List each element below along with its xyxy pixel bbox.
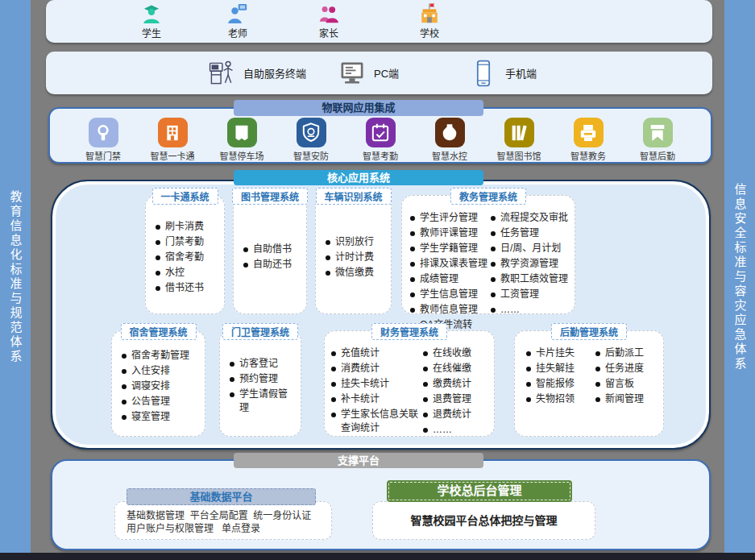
list-item-label: 自助借书 [253, 243, 292, 256]
bullet-icon [526, 397, 531, 402]
list-item-label: 挂失卡统计 [341, 377, 389, 391]
list-item-label: 失物招领 [536, 392, 575, 406]
list-item: 失物招领 [526, 392, 575, 406]
terminal-label: PC端 [374, 65, 399, 81]
list-item-label: 教职工绩效管理 [500, 272, 568, 286]
list-item: 排课及课表管理 [410, 257, 487, 271]
bullet-icon [595, 351, 600, 356]
terminal-label: 自助服务终端 [243, 65, 306, 81]
list-item-label: 日/周、月计划 [500, 242, 561, 255]
bullet-icon [122, 384, 127, 389]
subsystem-item-list: 访客登记预约管理学生请假管理 [220, 331, 301, 436]
list-item: 退费统计 [423, 408, 471, 421]
basic-data-line: 基础数据管理 平台全局配置 统一身份认证 [127, 509, 331, 522]
subsystem-item-list: 自助借书自助还书 [234, 196, 306, 313]
bullet-icon [156, 240, 160, 245]
subsystem-item-list: 宿舍考勤管理入住安排调寝安排公告管理寝室管理 [112, 331, 205, 436]
bullet-icon [491, 247, 496, 251]
list-item-label: 任务管理 [500, 226, 539, 240]
bullet-icon [491, 262, 496, 267]
bullet-icon [423, 428, 428, 433]
list-item: 缴费统计 [423, 377, 471, 391]
pc-icon [338, 58, 367, 89]
left-sidebar-label: 教育信息化标准与规范体系 [10, 190, 22, 364]
list-item-label: 消费统计 [341, 362, 380, 375]
attendance-calendar-icon [366, 118, 396, 147]
subsystem-title: 车辆识别系统 [315, 188, 391, 205]
list-item: 日/周、月计划 [491, 242, 568, 255]
smart-campus-architecture-diagram: 教育信息化标准与规范体系 信息安全标准与容灾应急体系 学生 老师 [0, 0, 755, 560]
list-item: 消费统计 [331, 362, 420, 375]
list-item-label: 智能报修 [536, 377, 575, 391]
iot-section-header: 物联网应用集成 [234, 100, 483, 116]
list-item: …… [423, 423, 471, 437]
list-item: 预约管理 [230, 372, 296, 386]
user-role-label: 学生 [119, 26, 184, 39]
basic-data-platform-header: 基础数据平台 [127, 488, 316, 505]
right-sidebar-label: 信息安全标准与容灾应急体系 [734, 183, 746, 371]
list-item-label: 挂失解挂 [536, 362, 575, 375]
teacher-icon [226, 2, 250, 25]
list-item: 水控 [156, 266, 219, 280]
bullet-icon [326, 240, 330, 245]
list-item-label: 微信缴费 [335, 266, 374, 280]
iot-tile-label: 智慧后勤 [628, 149, 687, 162]
list-item-label: 后勤派工 [605, 346, 644, 360]
bullet-icon [122, 400, 127, 404]
list-item: 在线收缴 [423, 346, 471, 360]
iot-tile-label: 智慧门禁 [74, 149, 132, 162]
support-platform-panel: 基础数据平台 基础数据管理 平台全局配置 统一身份认证 用户账户与权限管理 单点… [51, 459, 711, 550]
list-item-label: 流程提交及审批 [500, 211, 568, 225]
bullet-icon [156, 225, 160, 230]
list-item: 访客登记 [230, 357, 296, 371]
access-terminals-panel: 自助服务终端 PC端 手机端 [46, 52, 712, 94]
iot-tile-library: 智慧图书馆 [490, 118, 548, 162]
bullet-icon [423, 351, 428, 356]
list-item-label: 学生评分管理 [420, 211, 478, 225]
bullet-icon [410, 292, 415, 297]
list-item: 宿舍考勤管理 [122, 349, 200, 363]
iot-tile-label: 智慧停车场 [213, 149, 271, 162]
bullet-icon [410, 247, 415, 251]
security-shield-icon [297, 118, 326, 147]
iot-tile-row: 智慧门禁 智慧一卡通 智慧停车场 智慧安防 [50, 109, 711, 162]
terminal-pc: PC端 [338, 52, 399, 94]
basic-data-platform-box: 基础数据管理 平台全局配置 统一身份认证 用户账户与权限管理 单点登录 [114, 501, 332, 540]
parents-icon [317, 2, 341, 25]
kiosk-icon [207, 58, 236, 89]
bullet-icon [491, 308, 496, 313]
bottom-bar [0, 553, 755, 560]
user-role-parents: 家长 [297, 2, 361, 39]
iot-tile-label: 智慧教务 [559, 149, 617, 162]
iot-tile-attendance: 智慧考勤 [351, 118, 409, 162]
list-item: 留言板 [595, 377, 644, 391]
school-backend-header: 学校总后台管理 [387, 480, 572, 502]
list-item: 工资管理 [491, 288, 568, 301]
iot-tile-logistics: 智慧后勤 [628, 118, 687, 162]
list-item: 宿舍考勤 [156, 251, 219, 264]
list-item-label: 缴费统计 [433, 377, 471, 391]
list-item: 挂失解挂 [526, 362, 575, 375]
bullet-icon [526, 382, 531, 387]
list-item: 在线催缴 [423, 362, 471, 375]
basic-data-line: 用户账户与权限管理 单点登录 [127, 522, 331, 535]
list-item: …… [491, 303, 568, 317]
list-item: 学生学籍管理 [410, 242, 487, 255]
list-item-label: 新闻管理 [605, 392, 644, 406]
list-item: 任务管理 [491, 226, 568, 240]
iot-tile-water: 智慧水控 [421, 118, 479, 162]
bullet-icon [122, 415, 127, 420]
bullet-icon [595, 397, 600, 402]
iot-tile-label: 智慧一卡通 [143, 149, 201, 162]
list-item-label: 教师评课管理 [420, 226, 478, 240]
subsystem-item-list: 识别放行计时计费微信缴费 [316, 196, 391, 313]
parking-icon [227, 118, 257, 147]
iot-tile-label: 智慧图书馆 [490, 149, 548, 162]
subsystem-item-list: 卡片挂失挂失解挂智能报修失物招领 [526, 346, 575, 431]
subsystem-item-list: 学生评分管理教师评课管理学生学籍管理排课及课表管理成绩管理学生信息管理教师信息管… [410, 210, 487, 309]
school-backend-box: 智慧校园平台总体把控与管理 [372, 501, 595, 540]
list-item-label: 学生家长信息关联查询统计 [341, 408, 420, 435]
list-item: 成绩管理 [410, 272, 487, 286]
bullet-icon [423, 413, 428, 417]
bullet-icon [331, 351, 336, 356]
